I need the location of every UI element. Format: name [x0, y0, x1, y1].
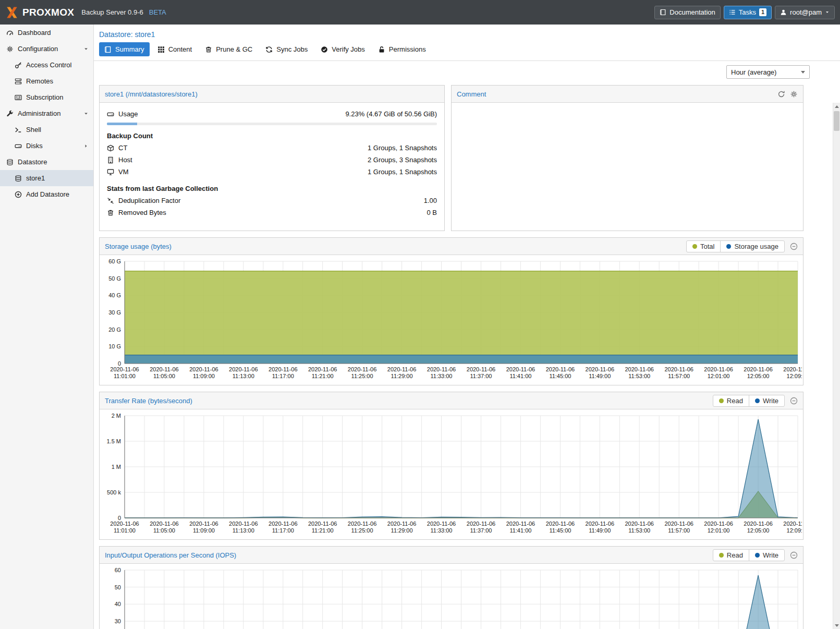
refresh-icon[interactable] — [777, 90, 785, 98]
svg-text:11:29:00: 11:29:00 — [391, 527, 413, 534]
sidebar-item-subscription[interactable]: Subscription — [0, 89, 93, 105]
sidebar-item-label: Shell — [26, 126, 41, 134]
legend-item-read[interactable]: Read — [713, 550, 749, 561]
summary-panel-title: store1 (/mnt/datastores/store1) — [105, 90, 198, 98]
svg-text:10 G: 10 G — [108, 343, 121, 349]
scroll-down-arrow[interactable] — [833, 622, 840, 629]
sidebar-item-access-control[interactable]: Access Control — [0, 57, 93, 73]
svg-text:2020-11-06: 2020-11-06 — [427, 521, 456, 527]
svg-text:2020-11-06: 2020-11-06 — [150, 366, 178, 372]
sidebar-item-dashboard[interactable]: Dashboard — [0, 25, 93, 41]
svg-text:40 G: 40 G — [108, 292, 121, 298]
tab-permissions[interactable]: Permissions — [373, 42, 431, 56]
table-row: VM 1 Groups, 1 Snapshots — [107, 166, 437, 178]
sidebar-item-configuration[interactable]: Configuration — [0, 41, 93, 57]
user-menu-button[interactable]: root@pam — [775, 6, 835, 19]
user-menu-label: root@pam — [790, 8, 822, 16]
svg-text:12:09:00: 12:09:00 — [787, 373, 802, 379]
panels-region: store1 (/mnt/datastores/store1) Usage 9.… — [94, 83, 840, 629]
chart-legend: Read Write — [713, 549, 785, 561]
svg-text:12:05:00: 12:05:00 — [747, 373, 770, 379]
svg-text:12:05:00: 12:05:00 — [747, 527, 770, 534]
svg-text:2020-11-06: 2020-11-06 — [229, 521, 258, 527]
row-value: 1 Groups, 1 Snapshots — [368, 168, 437, 176]
tab-label: Content — [168, 45, 192, 53]
scrollbar-thumb[interactable] — [834, 111, 839, 131]
hdd-icon — [15, 142, 22, 150]
tab-sync-jobs[interactable]: Sync Jobs — [260, 42, 313, 56]
svg-text:2020-11-06: 2020-11-06 — [308, 521, 337, 527]
compress-icon — [107, 197, 114, 204]
documentation-button[interactable]: Documentation — [654, 6, 720, 19]
gauge-icon — [6, 29, 14, 37]
storage-usage-panel: Storage usage (bytes) Total Storage usag… — [99, 237, 804, 385]
proxmox-logo: PROXMOX — [5, 6, 74, 19]
svg-text:2020-11-06: 2020-11-06 — [387, 521, 416, 527]
svg-text:2020-11-06: 2020-11-06 — [110, 366, 139, 372]
svg-text:11:57:00: 11:57:00 — [668, 527, 690, 534]
beta-link[interactable]: BETA — [149, 8, 166, 16]
chevron-down-icon[interactable] — [83, 46, 89, 52]
iops-panel-title: Input/Output Operations per Second (IOPS… — [105, 551, 236, 559]
svg-text:1 M: 1 M — [112, 464, 121, 470]
svg-text:2020-11-06: 2020-11-06 — [744, 521, 772, 527]
comment-panel-body[interactable] — [452, 103, 803, 231]
time-range-select[interactable]: Hour (average) — [726, 65, 810, 79]
sidebar-item-datastore[interactable]: Datastore — [0, 154, 93, 170]
tab-summary[interactable]: Summary — [99, 42, 150, 56]
collapse-icon[interactable] — [790, 397, 798, 405]
sidebar-item-store1[interactable]: store1 — [0, 170, 93, 186]
sidebar-item-label: Datastore — [18, 158, 47, 166]
svg-text:12:09:00: 12:09:00 — [787, 527, 802, 534]
svg-text:11:33:00: 11:33:00 — [430, 527, 452, 534]
legend-item-write[interactable]: Write — [749, 395, 784, 406]
legend-label: Write — [763, 551, 778, 559]
tasks-button[interactable]: Tasks 1 — [724, 6, 772, 19]
product-version: Backup Server 0.9-6 — [81, 8, 143, 16]
sidebar-item-disks[interactable]: Disks — [0, 138, 93, 154]
sidebar-item-remotes[interactable]: Remotes — [0, 73, 93, 89]
legend-item-read[interactable]: Read — [713, 395, 749, 406]
svg-text:11:49:00: 11:49:00 — [589, 373, 611, 379]
tabbar: Summary Content Prune & GC Sync Jobs Ver… — [94, 42, 840, 61]
legend-item-write[interactable]: Write — [749, 550, 784, 561]
sidebar-item-administration[interactable]: Administration — [0, 105, 93, 122]
tab-verify-jobs[interactable]: Verify Jobs — [315, 42, 370, 56]
svg-text:2020-11-06: 2020-11-06 — [387, 366, 416, 372]
svg-text:11:17:00: 11:17:00 — [272, 527, 294, 534]
legend-item-storage-usage[interactable]: Storage usage — [720, 241, 784, 252]
usage-value: 9.23% (4.67 GiB of 50.56 GiB) — [345, 110, 437, 118]
collapse-icon[interactable] — [790, 243, 798, 250]
table-row: Deduplication Factor 1.00 — [107, 195, 437, 207]
svg-text:2020-11-06: 2020-11-06 — [546, 366, 575, 372]
scroll-up-arrow[interactable] — [833, 103, 840, 110]
vertical-scrollbar[interactable] — [833, 103, 840, 629]
legend-item-total[interactable]: Total — [687, 241, 720, 252]
chart-toolbar: Hour (average) — [94, 61, 840, 83]
gear-icon[interactable] — [790, 90, 798, 98]
svg-text:2020-11-06: 2020-11-06 — [269, 521, 297, 527]
svg-text:2020-11-06: 2020-11-06 — [704, 366, 733, 372]
collapse-icon[interactable] — [790, 551, 798, 559]
plus-circle-icon — [15, 191, 22, 198]
tasks-button-label: Tasks — [739, 8, 756, 16]
product-name: PROXMOX — [22, 7, 74, 18]
sidebar-item-add-datastore[interactable]: Add Datastore — [0, 186, 93, 202]
row-label: Deduplication Factor — [118, 197, 180, 204]
svg-text:11:53:00: 11:53:00 — [628, 527, 650, 534]
tab-prune-gc[interactable]: Prune & GC — [200, 42, 258, 56]
svg-text:11:49:00: 11:49:00 — [589, 527, 611, 534]
svg-text:11:41:00: 11:41:00 — [509, 373, 531, 379]
chevron-down-icon[interactable] — [83, 111, 89, 116]
svg-text:11:05:00: 11:05:00 — [153, 527, 175, 534]
book-icon — [660, 9, 666, 16]
tab-content[interactable]: Content — [152, 42, 198, 56]
svg-text:30: 30 — [115, 618, 121, 624]
sidebar-item-label: Remotes — [26, 77, 53, 85]
chevron-right-icon[interactable] — [83, 143, 89, 149]
svg-text:2020-11-06: 2020-11-06 — [506, 366, 535, 372]
svg-text:2020-11-06: 2020-11-06 — [546, 521, 575, 527]
sidebar-item-shell[interactable]: Shell — [0, 122, 93, 138]
proxmox-logo-icon — [5, 6, 19, 19]
usage-label: Usage — [118, 110, 138, 118]
